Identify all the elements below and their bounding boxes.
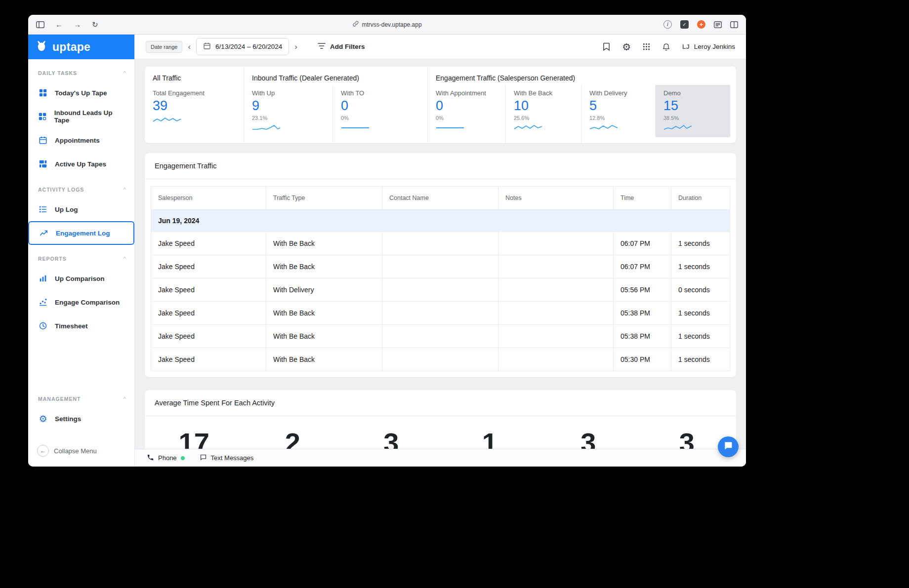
sidebar-item-up-comparison[interactable]: Up Comparison (28, 267, 134, 290)
average-time-values: 17 2 3 1 3 3 (145, 416, 736, 449)
section-activity-logs[interactable]: ACTIVITY LOGS ^ (28, 176, 134, 197)
section-management[interactable]: MANAGEMENT ^ (28, 385, 134, 407)
section-daily-tasks[interactable]: DAILY TASKS ^ (28, 59, 134, 81)
group-title-all-traffic: All Traffic (145, 67, 244, 85)
bell-icon[interactable] (662, 42, 670, 51)
page-content: All Traffic Inbound Traffic (Dealer Gene… (135, 59, 746, 449)
sidebar-item-engagement-log[interactable]: Engagement Log (28, 221, 134, 245)
sidebar-item-inbound-leads-up-tape[interactable]: Inbound Leads Up Tape (28, 105, 134, 128)
online-status-dot (181, 456, 185, 460)
avg-activity-value: 2 (244, 429, 342, 449)
reload-button[interactable]: ↻ (92, 21, 98, 28)
table-row[interactable]: Jake Speed With Be Back 05:38 PM 1 secon… (151, 325, 730, 348)
table-row[interactable]: Jake Speed With Be Back 05:38 PM 1 secon… (151, 302, 730, 325)
collapse-arrow-icon: ← (37, 445, 49, 457)
message-icon (200, 454, 207, 463)
avg-activity-value: 3 (342, 429, 441, 449)
settings-gear-icon[interactable]: ⚙ (622, 42, 631, 52)
apps-grid-icon[interactable] (643, 43, 650, 50)
forward-button[interactable]: → (74, 21, 81, 28)
communication-bar: Phone Text Messages (135, 449, 746, 467)
sidebar-item-todays-up-tape[interactable]: Today's Up Tape (28, 81, 134, 105)
sparkline-chart (341, 124, 370, 131)
info-icon[interactable]: i (663, 20, 672, 29)
shield-check-icon[interactable]: ✓ (680, 20, 689, 29)
back-button[interactable]: ← (55, 21, 63, 28)
browser-chrome: ← → ↻ mtrvss-dev.uptape.app i ✓ + (28, 15, 746, 35)
sidebar-item-appointments[interactable]: Appointments (28, 128, 134, 152)
user-menu[interactable]: LJ Leroy Jenkins (682, 43, 735, 50)
grid-arrow-icon (38, 112, 47, 121)
chevron-up-icon: ^ (124, 396, 126, 402)
engagement-table: Salesperson Traffic Type Contact Name No… (151, 186, 730, 371)
group-title-engagement-traffic: Engagement Traffic (Salesperson Generate… (427, 67, 736, 85)
date-prev-button[interactable]: ‹ (182, 42, 196, 52)
grid-icon (38, 88, 48, 97)
main-area: Date range ‹ 6/13/2024 – 6/20/2024 › Add… (135, 35, 746, 467)
table-row[interactable]: Jake Speed With Delivery 05:56 PM 0 seco… (151, 278, 730, 302)
sidebar-item-engage-comparison[interactable]: Engage Comparison (28, 290, 134, 314)
collapse-menu-button[interactable]: ← Collapse Menu (28, 440, 134, 462)
app-header: Date range ‹ 6/13/2024 – 6/20/2024 › Add… (135, 35, 746, 59)
stat-demo[interactable]: Demo 15 38.5% (655, 85, 730, 137)
phone-tab[interactable]: Phone (147, 454, 185, 463)
stat-with-up[interactable]: With Up 9 23.1% (244, 85, 332, 143)
trend-chart-icon (39, 229, 49, 237)
sidebar: uptape DAILY TASKS ^ Today's Up Tape Inb… (28, 35, 135, 467)
reader-icon[interactable] (714, 21, 722, 28)
date-group-row: Jun 19, 2024 (151, 210, 730, 232)
column-header-duration[interactable]: Duration (671, 187, 730, 210)
sidebar-item-up-log[interactable]: Up Log (28, 197, 134, 221)
table-row[interactable]: Jake Speed With Be Back 05:30 PM 1 secon… (151, 348, 730, 371)
stat-with-appointment[interactable]: With Appointment 0 0% (427, 85, 505, 143)
filter-icon (318, 42, 326, 51)
calendar-icon (38, 136, 48, 145)
section-reports[interactable]: REPORTS ^ (28, 245, 134, 267)
list-icon (38, 205, 48, 214)
stat-with-be-back[interactable]: With Be Back 10 25.6% (505, 85, 581, 143)
stat-with-delivery[interactable]: With Delivery 5 12.8% (581, 85, 655, 143)
stat-total-engagement[interactable]: Total Engagement 39 (145, 85, 244, 143)
sparkline-chart (436, 124, 464, 131)
sidebar-item-settings[interactable]: ⚙ Settings (28, 407, 134, 431)
split-view-icon[interactable] (730, 21, 738, 28)
avg-activity-value: 17 (145, 429, 244, 449)
add-filters-button[interactable]: Add Filters (318, 42, 365, 51)
calendar-icon (203, 42, 211, 51)
column-header-traffic-type[interactable]: Traffic Type (266, 187, 382, 210)
stat-with-to[interactable]: With TO 0 0% (332, 85, 427, 143)
bookmark-icon[interactable] (603, 42, 610, 51)
column-header-contact-name[interactable]: Contact Name (382, 187, 498, 210)
date-range-picker[interactable]: 6/13/2024 – 6/20/2024 (196, 38, 289, 55)
bar-chart-icon (38, 274, 48, 283)
sidebar-item-timesheet[interactable]: Timesheet (28, 314, 134, 338)
chevron-up-icon: ^ (124, 70, 126, 76)
url-bar[interactable]: mtrvss-dev.uptape.app (352, 21, 421, 28)
chevron-up-icon: ^ (124, 187, 126, 193)
tiles-icon (38, 159, 48, 168)
table-row[interactable]: Jake Speed With Be Back 06:07 PM 1 secon… (151, 255, 730, 278)
add-extension-icon[interactable]: + (697, 20, 705, 29)
table-row[interactable]: Jake Speed With Be Back 06:07 PM 1 secon… (151, 232, 730, 255)
panel-title: Average Time Spent For Each Activity (145, 390, 736, 416)
logo-text: uptape (52, 40, 90, 54)
traffic-stats-card: All Traffic Inbound Traffic (Dealer Gene… (145, 67, 736, 143)
app-logo: uptape (28, 35, 134, 59)
chat-fab-button[interactable] (718, 436, 739, 457)
column-header-time[interactable]: Time (614, 187, 671, 210)
date-range-label: Date range (146, 41, 182, 53)
sidebar-toggle-icon[interactable] (36, 21, 44, 28)
panel-title: Engagement Traffic (145, 153, 736, 179)
date-next-button[interactable]: › (289, 42, 303, 52)
sparkline-chart (589, 124, 618, 131)
engagement-traffic-panel: Engagement Traffic Salesperson Traffic T… (145, 153, 736, 377)
phone-icon (147, 454, 154, 463)
column-header-salesperson[interactable]: Salesperson (151, 187, 266, 210)
sidebar-item-active-up-tapes[interactable]: Active Up Tapes (28, 152, 134, 176)
text-messages-tab[interactable]: Text Messages (200, 454, 254, 463)
user-name: Leroy Jenkins (694, 43, 735, 50)
link-icon (352, 21, 358, 28)
chevron-up-icon: ^ (124, 256, 126, 262)
logo-bird-icon (35, 39, 48, 54)
column-header-notes[interactable]: Notes (498, 187, 614, 210)
